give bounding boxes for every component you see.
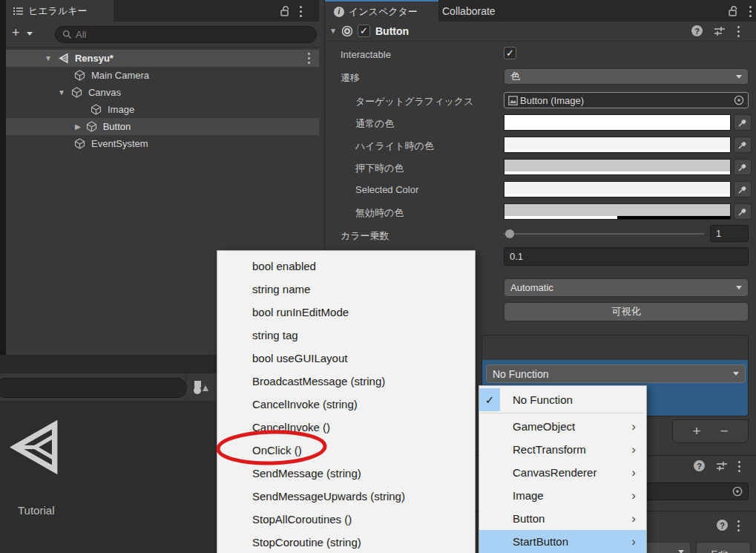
help-icon[interactable]: ? — [694, 460, 705, 471]
tab-hierarchy-label: ヒエラルキー — [28, 4, 88, 18]
hierarchy-item-canvas[interactable]: ▼ Canvas — [6, 84, 319, 101]
foldout-open-icon[interactable]: ▼ — [45, 55, 52, 62]
foldout-open-icon[interactable]: ▼ — [58, 89, 65, 96]
selected-color-swatch[interactable] — [504, 181, 731, 197]
scene-kebab-icon[interactable] — [308, 53, 310, 64]
transition-dropdown[interactable]: 色 — [504, 68, 749, 85]
scene-row[interactable]: ▼ Rensyu* — [6, 50, 319, 67]
hierarchy-item-label: Image — [108, 104, 134, 115]
component-kebab-icon[interactable] — [738, 461, 740, 472]
color-multiplier-slider-track[interactable] — [504, 233, 704, 235]
add-object-button[interactable]: + — [12, 25, 20, 41]
unity-logo-icon[interactable] — [10, 418, 65, 474]
eyedropper-icon[interactable] — [734, 114, 752, 131]
menu-item-runineditmode[interactable]: bool runInEditMode — [217, 301, 475, 324]
function-dropdown[interactable]: No Function — [486, 364, 746, 383]
navigation-dropdown[interactable]: Automatic — [504, 278, 749, 297]
target-graphic-object-field[interactable]: Button (Image) — [504, 92, 749, 108]
fade-duration-field[interactable]: 0.1 — [504, 247, 749, 266]
inspector-menu-kebab-icon[interactable] — [749, 6, 752, 17]
submenu-chevron-icon: › — [631, 534, 636, 549]
event-list-footer: + − — [672, 419, 749, 443]
remove-event-button[interactable]: − — [720, 423, 729, 439]
interactable-label: Interactable — [341, 49, 391, 60]
hierarchy-item-button[interactable]: ▶ Button — [6, 118, 319, 135]
func-menu-item-button[interactable]: Button › — [479, 507, 646, 530]
color-multiplier-value-field[interactable]: 1 — [710, 225, 749, 242]
dropdown-caret-icon — [736, 286, 742, 289]
inspector-tab-bar: i インスペクター Collaborate — [325, 0, 756, 22]
menu-item-bool-enabled[interactable]: bool enabled — [217, 255, 475, 278]
hierarchy-search-input[interactable]: All — [55, 26, 317, 43]
hierarchy-item-label: Button — [103, 121, 131, 132]
add-object-caret-icon[interactable] — [27, 32, 33, 36]
image-icon — [508, 96, 518, 105]
tab-collaborate[interactable]: Collaborate — [442, 5, 496, 17]
disabled-color-swatch[interactable] — [504, 203, 731, 220]
menu-item-broadcastmessage[interactable]: BroadcastMessage (string) — [217, 370, 475, 393]
func-menu-item-startbutton[interactable]: StartButton › — [479, 530, 646, 553]
func-menu-item-gameobject[interactable]: GameObject › — [479, 415, 646, 438]
foldout-closed-icon[interactable]: ▶ — [75, 123, 81, 131]
project-search-input[interactable] — [0, 378, 187, 398]
filter-by-type-icon[interactable] — [191, 379, 209, 396]
foldout-open-icon[interactable]: ▼ — [329, 27, 337, 35]
hierarchy-item-label: Main Camera — [91, 70, 149, 81]
color-multiplier-slider-knob[interactable] — [505, 229, 514, 238]
panel-edge — [0, 0, 6, 355]
eyedropper-icon[interactable] — [734, 181, 752, 197]
menu-item-sendmessageupwards[interactable]: SendMessageUpwards (string) — [217, 485, 475, 508]
target-graphic-label: ターゲットグラフィックス — [355, 95, 473, 108]
add-event-button[interactable]: + — [692, 423, 700, 439]
check-cell — [479, 415, 500, 438]
tab-hierarchy[interactable]: ヒエラルキー — [6, 0, 114, 22]
color-multiplier-value: 1 — [716, 228, 721, 239]
component-kebab-icon[interactable] — [737, 26, 740, 37]
eyedropper-icon[interactable] — [734, 137, 752, 153]
edit-button[interactable]: Edit... — [696, 542, 751, 553]
menu-item-string-name[interactable]: string name — [217, 278, 475, 301]
func-menu-item-label: CanvasRenderer — [513, 466, 596, 479]
interactable-checkbox[interactable]: ✓ — [504, 47, 516, 59]
help-icon[interactable]: ? — [691, 25, 703, 36]
menu-item-stopallcoroutines[interactable]: StopAllCoroutines () — [217, 508, 475, 531]
check-icon: ✓ — [506, 48, 514, 59]
asset-label[interactable]: Tutorial — [18, 504, 54, 517]
hierarchy-item-image[interactable]: Image — [6, 101, 319, 118]
func-menu-item-recttransform[interactable]: RectTransform › — [479, 438, 646, 461]
hierarchy-item-eventsystem[interactable]: EventSystem — [6, 135, 319, 152]
unlock-icon[interactable] — [727, 5, 739, 17]
highlighted-color-swatch[interactable] — [504, 137, 731, 153]
hierarchy-item-main-camera[interactable]: Main Camera — [6, 67, 319, 84]
func-menu-item-no-function[interactable]: ✓ No Function — [479, 388, 646, 411]
tab-inspector[interactable]: i インスペクター — [325, 0, 438, 22]
section-kebab-icon[interactable] — [737, 520, 740, 531]
menu-item-cancelinvoke-string[interactable]: CancelInvoke (string) — [217, 393, 475, 416]
func-menu-item-label: GameObject — [513, 420, 575, 433]
object-picker-icon[interactable] — [732, 486, 743, 497]
normal-color-label: 通常の色 — [355, 117, 394, 131]
menu-item-cancelinvoke[interactable]: CancelInvoke () — [217, 416, 475, 439]
help-icon[interactable]: ? — [717, 520, 728, 531]
normal-color-swatch[interactable] — [504, 114, 731, 131]
func-menu-item-image[interactable]: Image › — [479, 484, 646, 507]
presets-icon[interactable] — [714, 26, 726, 36]
hierarchy-tab-bar: ヒエラルキー — [0, 0, 319, 22]
menu-item-onclick[interactable]: OnClick () — [217, 439, 475, 462]
check-icon: ✓ — [479, 388, 500, 411]
submenu-chevron-icon: › — [631, 488, 636, 503]
func-menu-item-canvasrenderer[interactable]: CanvasRenderer › — [479, 461, 646, 484]
menu-item-string-tag[interactable]: string tag — [217, 324, 475, 347]
presets-icon[interactable] — [716, 461, 728, 471]
unlock-icon[interactable] — [279, 5, 291, 17]
eyedropper-icon[interactable] — [734, 203, 752, 220]
object-picker-icon[interactable] — [734, 95, 744, 105]
menu-item-useguilayout[interactable]: bool useGUILayout — [217, 347, 475, 370]
eyedropper-icon[interactable] — [734, 159, 752, 175]
pressed-color-swatch[interactable] — [504, 159, 731, 175]
menu-item-stopcoroutine[interactable]: StopCoroutine (string) — [217, 531, 475, 553]
visualize-button[interactable]: 可視化 — [504, 302, 749, 321]
hierarchy-menu-kebab-icon[interactable] — [300, 6, 302, 17]
component-enabled-checkbox[interactable]: ✓ — [358, 24, 370, 37]
menu-item-sendmessage[interactable]: SendMessage (string) — [217, 462, 475, 485]
